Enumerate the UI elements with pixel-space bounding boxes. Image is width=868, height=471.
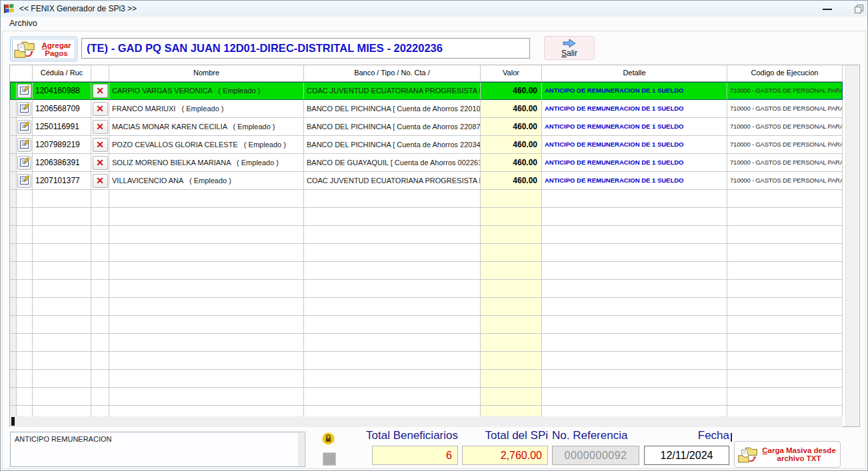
agregar-pagos-label: Agregar Pagos xyxy=(39,41,74,57)
delete-row-button[interactable]: ✕ xyxy=(93,138,108,152)
delete-row-button[interactable]: ✕ xyxy=(93,84,108,98)
carga-masiva-label: Carga Masiva desde archivo TXT xyxy=(761,446,837,462)
vertical-scrollbar[interactable] xyxy=(845,65,859,426)
detalle-cell: ANTICIPO DE REMUNERACION DE 1 SUELDO xyxy=(542,172,727,190)
edit-cell xyxy=(17,82,33,100)
cedula-cell xyxy=(33,352,91,370)
edit-cell xyxy=(17,316,33,334)
cedula-cell xyxy=(33,190,91,208)
horizontal-scrollbar[interactable] xyxy=(10,416,843,427)
table-row[interactable]: 1204160988✕CARPIO VARGAS VERONICA ( Empl… xyxy=(10,82,843,100)
cedula-cell xyxy=(33,406,91,416)
edit-row-button[interactable] xyxy=(17,84,31,98)
edit-cell xyxy=(17,190,33,208)
nombre-cell xyxy=(109,298,304,316)
delete-row-button[interactable]: ✕ xyxy=(93,102,108,116)
valor-cell: 460.00 xyxy=(481,172,542,190)
edit-row-button[interactable] xyxy=(17,102,31,116)
edit-row-button[interactable] xyxy=(17,174,31,188)
nota-textarea[interactable]: ANTICIPO REMUNERACION xyxy=(10,432,305,467)
valor-cell: 460.00 xyxy=(481,136,542,154)
delete-cell xyxy=(91,406,109,416)
entity-title-field[interactable]: (TE) - GAD PQ SAN JUAN 12D01-DIREC-DISTR… xyxy=(81,38,530,59)
delete-cell xyxy=(91,370,109,388)
table-row-empty xyxy=(10,352,843,370)
cedula-cell: 1250116991 xyxy=(33,118,91,136)
edit-cell xyxy=(17,154,33,172)
restore-button[interactable] xyxy=(854,4,864,14)
nombre-cell xyxy=(109,190,304,208)
valor-cell xyxy=(481,316,542,334)
header-detalle[interactable]: Detalle xyxy=(542,65,727,82)
header-banco[interactable]: Banco / Tipo / No. Cta / xyxy=(304,65,481,82)
row-selector xyxy=(10,208,17,226)
row-selector xyxy=(10,100,17,118)
valor-cell xyxy=(481,388,542,406)
cedula-cell: 1207101377 xyxy=(33,172,91,190)
table-row[interactable]: 1206568709✕FRANCO MARIUXI ( Empleado )BA… xyxy=(10,100,843,118)
delete-row-button[interactable]: ✕ xyxy=(93,156,108,170)
cedula-cell xyxy=(33,226,91,244)
header-valor[interactable]: Valor xyxy=(481,65,542,82)
carga-masiva-button[interactable]: Carga Masiva desde archivo TXT xyxy=(734,441,841,468)
detalle-cell: ANTICIPO DE REMUNERACION DE 1 SUELDO xyxy=(542,118,727,136)
delete-cell xyxy=(91,352,109,370)
edit-row-button[interactable] xyxy=(17,138,31,152)
total-beneficiarios-label: Total Beneficiarios xyxy=(334,429,458,442)
banco-cell: COAC JUVENTUD ECUATORIANA PROGRESISTA LT… xyxy=(304,172,481,190)
detalle-cell: ANTICIPO DE REMUNERACION DE 1 SUELDO xyxy=(542,82,727,100)
banco-cell xyxy=(304,352,481,370)
edit-cell xyxy=(17,388,33,406)
detalle-cell xyxy=(542,352,727,370)
row-selector xyxy=(10,172,17,190)
codigo-cell xyxy=(727,298,843,316)
gray-indicator-box[interactable] xyxy=(323,452,336,466)
header-nombre[interactable]: Nombre xyxy=(109,65,304,82)
delete-row-button[interactable]: ✕ xyxy=(93,174,108,188)
row-selector xyxy=(10,406,17,416)
codigo-cell xyxy=(727,370,843,388)
cedula-cell: 1204160988 xyxy=(33,82,91,100)
edit-row-button[interactable] xyxy=(17,156,31,170)
valor-cell: 460.00 xyxy=(481,82,542,100)
agregar-pagos-button[interactable]: Agregar Pagos xyxy=(10,37,77,61)
banco-cell xyxy=(304,334,481,352)
nombre-cell xyxy=(109,280,304,298)
header-cedula[interactable]: Cédula / Ruc xyxy=(33,65,91,82)
table-row[interactable]: 1207101377✕VILLAVICENCIO ANA ( Empleado … xyxy=(10,172,843,190)
nombre-cell xyxy=(109,334,304,352)
minimize-button[interactable] xyxy=(823,9,832,10)
table-row-empty xyxy=(10,190,843,208)
header-codigo[interactable]: Codigo de Ejecucion xyxy=(727,65,843,82)
fecha-field[interactable]: 12/11/2024 xyxy=(644,446,729,465)
salir-button[interactable]: Salir xyxy=(544,36,595,60)
banco-cell xyxy=(304,244,481,262)
table-row[interactable]: 1250116991✕MACIAS MONAR KAREN CECILIA ( … xyxy=(10,118,843,136)
menu-archivo[interactable]: Archivo xyxy=(7,18,40,29)
codigo-cell xyxy=(727,244,843,262)
table-row[interactable]: 1207989219✕POZO CEVALLOS GLORIA CELESTE … xyxy=(10,136,843,154)
entity-title-text: (TE) - GAD PQ SAN JUAN 12D01-DIREC-DISTR… xyxy=(82,39,529,58)
nota-scrollbar[interactable] xyxy=(298,433,304,466)
table-row[interactable]: 1206386391✕SOLIZ MORENO BIELKA MARIANA (… xyxy=(10,154,843,172)
table-row-empty xyxy=(10,370,843,388)
edit-cell xyxy=(17,226,33,244)
codigo-cell xyxy=(727,316,843,334)
horizontal-scrollbar-thumb[interactable] xyxy=(11,417,15,426)
nombre-cell: VILLAVICENCIO ANA ( Empleado ) xyxy=(109,172,304,190)
detalle-cell xyxy=(542,316,727,334)
delete-cell xyxy=(91,316,109,334)
codigo-cell xyxy=(727,388,843,406)
banco-cell: COAC JUVENTUD ECUATORIANA PROGRESISTA LT… xyxy=(304,82,481,100)
delete-row-button[interactable]: ✕ xyxy=(93,120,108,134)
edit-row-button[interactable] xyxy=(17,120,31,134)
row-selector xyxy=(10,226,17,244)
delete-cell xyxy=(91,280,109,298)
row-selector xyxy=(10,388,17,406)
menu-bar: Archivo xyxy=(1,17,867,31)
delete-cell xyxy=(91,262,109,280)
edit-record-icon xyxy=(19,139,30,150)
delete-cell xyxy=(91,298,109,316)
table-row-empty xyxy=(10,316,843,334)
delete-cell: ✕ xyxy=(91,154,109,172)
